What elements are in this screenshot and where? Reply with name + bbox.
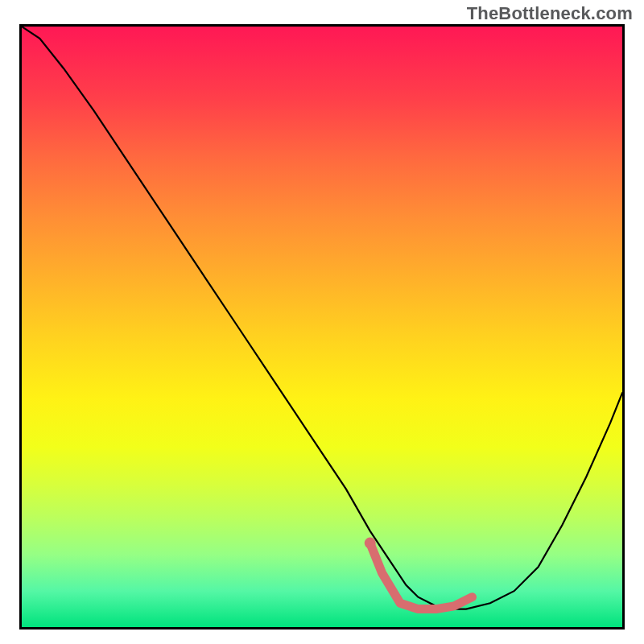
plot-svg [22,27,622,627]
chart-stage: TheBottleneck.com [0,0,644,644]
accent-dot [365,538,376,549]
plot-frame [19,24,625,630]
series-main-curve [22,27,622,609]
watermark-label: TheBottleneck.com [467,5,633,23]
